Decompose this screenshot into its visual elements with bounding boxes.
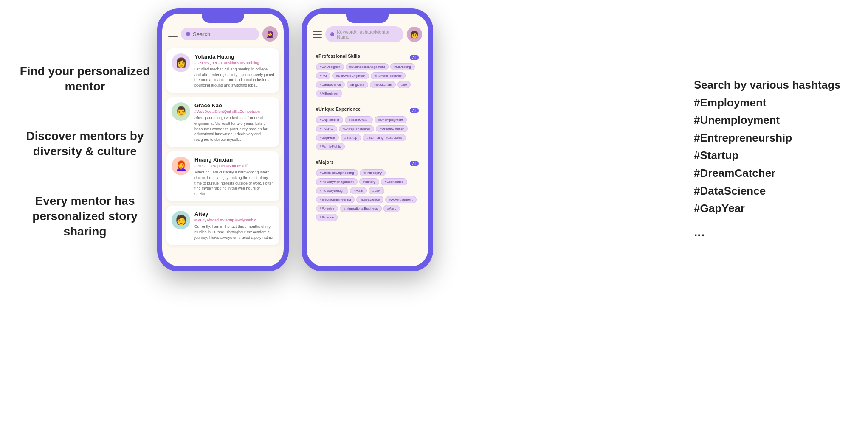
tag-datascience[interactable]: #DataScience — [316, 81, 345, 88]
professional-skills-header: #Professional Skills All — [316, 53, 419, 61]
left-annotations: Find your personalized mentor Discover m… — [13, 64, 157, 240]
tag-blockchain[interactable]: #Blockchain — [370, 81, 396, 88]
tag-electricengineering[interactable]: #ElectricEngineering — [316, 196, 355, 203]
tag-startup[interactable]: #Startup — [341, 134, 361, 141]
tag-aiengineer[interactable]: #AIEngineer — [316, 90, 342, 97]
tag-chemicalengineering[interactable]: #ChemicalEngineering — [316, 169, 358, 176]
right-hashtags: #Employment#Unemployment#Entrepreneurshi… — [694, 96, 792, 215]
tag-englishidiot[interactable]: #EnglishIdiot — [316, 116, 343, 123]
phones-container: Search 🧕 👩 Yolanda Huang #UXDesigner #Tr… — [157, 8, 433, 271]
mentor-bio-1: After graduating, I worked as a front-en… — [194, 115, 274, 142]
mentor-info-3: Attey #StudyAbroad #Startup #Polymathic … — [194, 211, 274, 240]
tag-industrydesign[interactable]: #IndustryDesign — [316, 187, 348, 194]
right-dots: ... — [694, 222, 855, 242]
right-annotations: Search by various hashtags #Employment#U… — [694, 76, 855, 242]
tag-history[interactable]: #History — [359, 178, 379, 185]
phone-1: Search 🧕 👩 Yolanda Huang #UXDesigner #Tr… — [157, 8, 289, 271]
search-placeholder-2: Keyword/Hashtag/Mentor Name — [337, 29, 398, 39]
mentor-avatar-3: 🧑 — [172, 211, 190, 229]
tag-internationalbusiness[interactable]: #InternationalBusiness — [340, 205, 382, 212]
tag-marketing[interactable]: #Marketing — [390, 63, 415, 70]
tag-advertisement[interactable]: #Advertisement — [385, 196, 417, 203]
mentor-name-2: Huang Xinxian — [194, 157, 274, 163]
tag-aero[interactable]: #Aero — [383, 205, 400, 212]
tag-lifescience[interactable]: #LifeScience — [356, 196, 383, 203]
mentor-info-1: Grace Kao #WebDev #SilentQuit #BizCompet… — [194, 102, 274, 142]
tag-60[interactable]: #60 — [397, 81, 411, 88]
tag-math[interactable]: #Math — [350, 187, 367, 194]
unique-all-btn[interactable]: All — [410, 108, 419, 113]
tag-uxdesigner[interactable]: #UXDesigner — [316, 63, 344, 70]
mentor-bio-0: I studied mechanical engineering in coll… — [194, 67, 274, 88]
unique-experience-title: #Unique Experience — [316, 106, 361, 112]
mentor-avatar-2: 👩‍🦰 — [172, 157, 190, 175]
phone-1-content: 👩 Yolanda Huang #UXDesigner #Transitions… — [162, 46, 284, 266]
search-bar-1[interactable]: Search — [181, 28, 259, 40]
majors-section: #Majors All #ChemicalEngineering #Philos… — [311, 155, 424, 226]
mentor-tags-0: #UXDesigner #Transitions #Stumbling — [194, 61, 274, 65]
majors-tags: #ChemicalEngineering #Philosophy #Indust… — [316, 169, 419, 221]
tag-stumbling[interactable]: #StumblingIntoSuccess — [363, 134, 406, 141]
unique-experience-tags: #EnglishIdiot #YearsOfSAT #Unemployment … — [316, 116, 419, 150]
tag-entrepreneurship[interactable]: #Entrepreneurship — [339, 125, 375, 132]
mentor-info-2: Huang Xinxian #PreDoc #Rapper #ShootMyLi… — [194, 157, 274, 196]
tag-economics[interactable]: #Economics — [381, 178, 407, 185]
phone-2: Keyword/Hashtag/Mentor Name 🧑 #Professio… — [302, 8, 433, 271]
majors-all-btn[interactable]: All — [410, 161, 419, 166]
tag-philosophy[interactable]: #Philosophy — [360, 169, 386, 176]
tag-law[interactable]: #Law — [369, 187, 384, 194]
annotation-discover: Discover mentors by diversity & culture — [13, 129, 157, 159]
user-avatar-1[interactable]: 🧕 — [262, 26, 278, 42]
right-title: Search by various hashtags — [694, 78, 840, 91]
annotation-every-mentor: Every mentor has personalized story shar… — [13, 193, 157, 240]
unique-experience-header: #Unique Experience All — [316, 106, 419, 114]
mentor-card-1[interactable]: 👨 Grace Kao #WebDev #SilentQuit #BizComp… — [166, 97, 279, 147]
mentor-name-3: Attey — [194, 211, 274, 217]
search-dot-icon — [186, 32, 190, 36]
mentor-card-0[interactable]: 👩 Yolanda Huang #UXDesigner #Transitions… — [166, 48, 279, 93]
professional-all-btn[interactable]: All — [410, 55, 419, 60]
tag-forestry[interactable]: #Forestry — [316, 205, 338, 212]
mentor-name-0: Yolanda Huang — [194, 53, 274, 60]
tag-unemployment[interactable]: #Unemployment — [375, 116, 407, 123]
mentor-tags-2: #PreDoc #Rapper #ShootMyLife — [194, 164, 274, 168]
tag-pm[interactable]: #PM — [316, 72, 330, 79]
phone-1-inner: Search 🧕 👩 Yolanda Huang #UXDesigner #Tr… — [162, 14, 284, 266]
tag-finance[interactable]: #Finance — [316, 214, 338, 221]
professional-skills-tags: #UXDesigner #BusinessManagement #Marketi… — [316, 63, 419, 97]
majors-header: #Majors All — [316, 159, 419, 167]
tag-businessmanagement[interactable]: #BusinessManagement — [346, 63, 389, 70]
unique-experience-section: #Unique Experience All #EnglishIdiot #Ye… — [311, 102, 424, 155]
professional-skills-title: #Professional Skills — [316, 53, 360, 59]
hamburger-icon-2[interactable] — [313, 31, 322, 38]
mentor-bio-3: Currently, I am in the last three months… — [194, 224, 274, 240]
tag-humanresource[interactable]: #HumanResource — [371, 72, 406, 79]
right-annotation-text: Search by various hashtags #Employment#U… — [694, 76, 855, 242]
tag-dreamcatcher[interactable]: #DreamCatcher — [376, 125, 407, 132]
mentor-avatar-0: 👩 — [172, 53, 190, 72]
tag-yearsofsat[interactable]: #YearsOfSAT — [345, 116, 373, 123]
tag-faang[interactable]: #FAANG — [316, 125, 337, 132]
mentor-info-0: Yolanda Huang #UXDesigner #Transitions #… — [194, 53, 274, 88]
tag-familyfights[interactable]: #FamilyFights — [316, 143, 345, 150]
phone-1-notch — [202, 14, 244, 23]
mentor-tags-3: #StudyAbroad #Startup #Polymathic — [194, 218, 274, 222]
search-label: Search — [193, 31, 210, 37]
hamburger-icon-1[interactable] — [168, 31, 178, 37]
user-avatar-2[interactable]: 🧑 — [407, 27, 422, 42]
mentor-tags-1: #WebDev #SilentQuit #BizCompetition — [194, 109, 274, 114]
mentor-card-3[interactable]: 🧑 Attey #StudyAbroad #Startup #Polymathi… — [166, 206, 279, 245]
tag-softwareengineer[interactable]: #SoftwareEngineer — [332, 72, 369, 79]
tag-gapfear[interactable]: #GapFear — [316, 134, 339, 141]
phone-2-content: #Professional Skills All #UXDesigner #Bu… — [307, 47, 428, 266]
phone-2-notch — [346, 14, 389, 23]
tag-industrymanagement[interactable]: #IndustryManagement — [316, 178, 358, 185]
phone-2-inner: Keyword/Hashtag/Mentor Name 🧑 #Professio… — [307, 14, 428, 266]
annotation-find-mentor: Find your personalized mentor — [13, 64, 157, 95]
search-bar-2[interactable]: Keyword/Hashtag/Mentor Name — [325, 26, 403, 42]
mentor-avatar-1: 👨 — [172, 102, 190, 121]
professional-skills-section: #Professional Skills All #UXDesigner #Bu… — [311, 49, 424, 102]
mentor-bio-2: Although I am currently a hardworking in… — [194, 170, 274, 196]
mentor-card-2[interactable]: 👩‍🦰 Huang Xinxian #PreDoc #Rapper #Shoot… — [166, 151, 279, 201]
tag-bigdata[interactable]: #BigData — [347, 81, 368, 88]
